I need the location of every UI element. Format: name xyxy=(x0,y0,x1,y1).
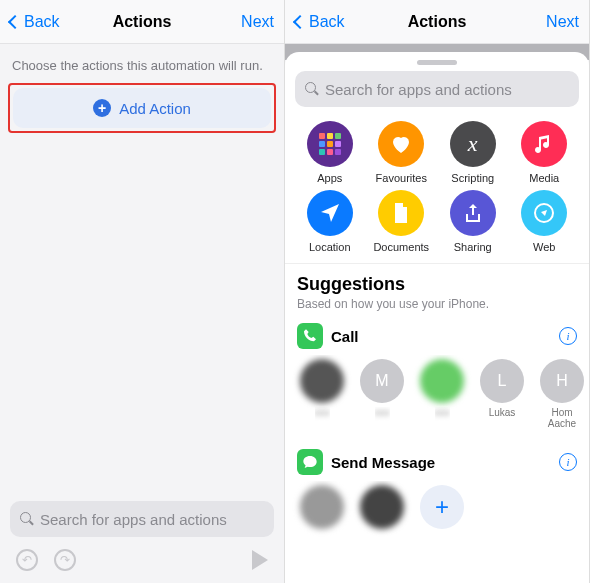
suggestion-row-call[interactable]: Call i xyxy=(285,313,589,355)
phone-app-icon xyxy=(297,323,323,349)
suggestions-header: Suggestions Based on how you use your iP… xyxy=(285,264,589,313)
suggestions-subtitle: Based on how you use your iPhone. xyxy=(297,297,577,311)
add-contact-button[interactable]: + xyxy=(417,485,467,533)
call-contacts-strip: xxx M xxx xxx L Lukas H Hom Aache xyxy=(285,355,589,439)
undo-icon[interactable]: ↶ xyxy=(16,549,38,571)
category-label: Sharing xyxy=(454,241,492,253)
category-web[interactable]: Web xyxy=(510,190,580,253)
row-title: Call xyxy=(331,328,359,345)
contact-item[interactable] xyxy=(297,485,347,533)
sheet-grabber[interactable] xyxy=(417,60,457,65)
page-title: Actions xyxy=(113,13,172,31)
avatar: M xyxy=(360,359,404,403)
play-icon[interactable] xyxy=(252,550,268,570)
plus-icon: + xyxy=(420,485,464,529)
editor-controls: ↶ ↷ xyxy=(10,549,274,571)
avatar: L xyxy=(480,359,524,403)
category-documents[interactable]: Documents xyxy=(367,190,437,253)
avatar xyxy=(420,359,464,403)
next-button-right[interactable]: Next xyxy=(519,13,579,31)
search-input[interactable]: Search for apps and actions xyxy=(10,501,274,537)
apps-icon xyxy=(307,121,353,167)
navbar-right: Back Actions Next xyxy=(285,0,589,44)
category-label: Web xyxy=(533,241,555,253)
music-note-icon xyxy=(521,121,567,167)
category-sharing[interactable]: Sharing xyxy=(438,190,508,253)
search-icon xyxy=(305,82,319,96)
category-grid: Apps Favourites x Scripting Media xyxy=(285,117,589,264)
sheet-search-input[interactable]: Search for apps and actions xyxy=(295,71,579,107)
search-placeholder: Search for apps and actions xyxy=(40,511,227,528)
next-label: Next xyxy=(241,13,274,31)
contact-item[interactable]: M xxx xyxy=(357,359,407,429)
chevron-left-icon xyxy=(8,14,22,28)
category-scripting[interactable]: x Scripting xyxy=(438,121,508,184)
heart-icon xyxy=(378,121,424,167)
row-title: Send Message xyxy=(331,454,435,471)
info-icon[interactable]: i xyxy=(559,327,577,345)
chevron-left-icon xyxy=(293,14,307,28)
contact-item[interactable]: xxx xyxy=(417,359,467,429)
category-label: Documents xyxy=(373,241,429,253)
category-label: Scripting xyxy=(451,172,494,184)
add-action-highlight: + Add Action xyxy=(8,83,276,133)
scripting-icon: x xyxy=(450,121,496,167)
share-icon xyxy=(450,190,496,236)
contact-name: Hom Aache xyxy=(537,407,587,429)
category-label: Location xyxy=(309,241,351,253)
suggestion-row-send-message[interactable]: Send Message i xyxy=(285,439,589,481)
message-contacts-strip: + xyxy=(285,481,589,543)
location-arrow-icon xyxy=(307,190,353,236)
avatar xyxy=(360,485,404,529)
add-action-button[interactable]: + Add Action xyxy=(13,88,271,128)
search-icon xyxy=(20,512,34,526)
left-pane: Back Actions Next Choose the actions thi… xyxy=(0,0,285,583)
next-button[interactable]: Next xyxy=(214,13,274,31)
contact-name: xxx xyxy=(435,407,450,429)
contact-name: xxx xyxy=(315,407,330,429)
next-label: Next xyxy=(546,13,579,31)
avatar: H xyxy=(540,359,584,403)
back-button-right[interactable]: Back xyxy=(295,13,355,31)
suggestions-title: Suggestions xyxy=(297,274,577,295)
contact-name: xxx xyxy=(375,407,390,429)
right-pane: Back Actions Next Search for apps and ac… xyxy=(285,0,590,583)
sheet-search-placeholder: Search for apps and actions xyxy=(325,81,512,98)
contact-item[interactable] xyxy=(357,485,407,533)
contact-name: Lukas xyxy=(489,407,516,429)
contact-item[interactable]: H Hom Aache xyxy=(537,359,587,429)
category-label: Apps xyxy=(317,172,342,184)
category-location[interactable]: Location xyxy=(295,190,365,253)
compass-icon xyxy=(521,190,567,236)
back-label: Back xyxy=(309,13,345,31)
messages-app-icon xyxy=(297,449,323,475)
contact-item[interactable]: L Lukas xyxy=(477,359,527,429)
document-icon xyxy=(378,190,424,236)
info-icon[interactable]: i xyxy=(559,453,577,471)
category-favourites[interactable]: Favourites xyxy=(367,121,437,184)
left-bottom-bar: Search for apps and actions ↶ ↷ xyxy=(0,491,284,583)
plus-circle-icon: + xyxy=(93,99,111,117)
back-button[interactable]: Back xyxy=(10,13,70,31)
category-media[interactable]: Media xyxy=(510,121,580,184)
contact-item[interactable]: xxx xyxy=(297,359,347,429)
category-label: Favourites xyxy=(376,172,427,184)
helper-text: Choose the actions this automation will … xyxy=(0,44,284,83)
action-picker-sheet: Search for apps and actions Apps Favouri… xyxy=(285,52,589,583)
add-action-label: Add Action xyxy=(119,100,191,117)
category-apps[interactable]: Apps xyxy=(295,121,365,184)
avatar xyxy=(300,359,344,403)
navbar: Back Actions Next xyxy=(0,0,284,44)
page-title-right: Actions xyxy=(408,13,467,31)
back-label: Back xyxy=(24,13,60,31)
redo-icon[interactable]: ↷ xyxy=(54,549,76,571)
avatar xyxy=(300,485,344,529)
category-label: Media xyxy=(529,172,559,184)
